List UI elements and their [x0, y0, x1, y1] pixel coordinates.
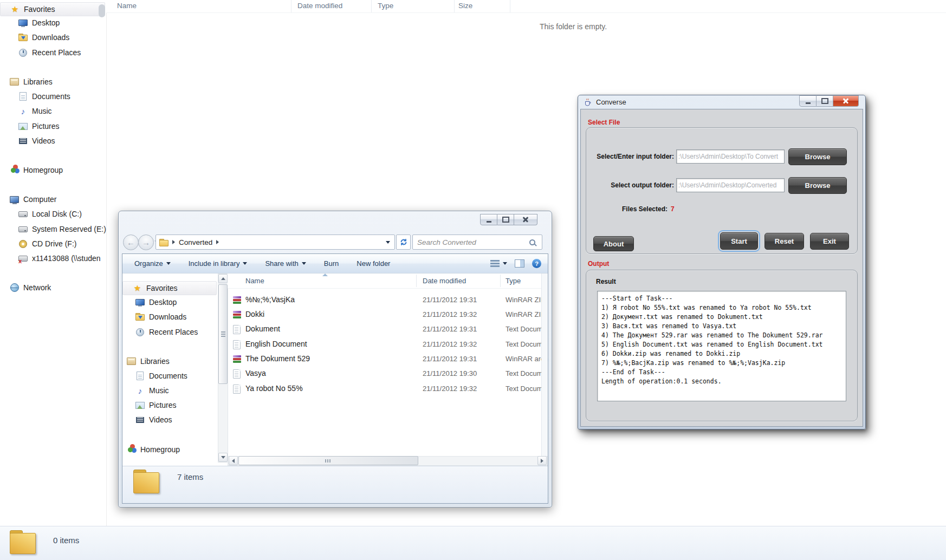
scrollbar-grip [221, 331, 225, 337]
search-placeholder: Search Converted [413, 238, 529, 246]
sidebar-item-downloads[interactable]: Downloads [18, 31, 69, 43]
share-with-menu[interactable]: Share with [265, 259, 306, 268]
file-row[interactable]: Dokument 21/11/2012 19:31 Text Docume [231, 322, 552, 337]
start-button[interactable]: Start [720, 232, 758, 250]
file-date-modified: 21/11/2012 19:31 [423, 325, 477, 333]
column-header-name[interactable]: Name [245, 277, 264, 285]
column-header-type[interactable]: Type [378, 2, 393, 10]
sidebar-item-recent-places[interactable]: Recent Places [18, 47, 81, 58]
sidebar-item-network-drive[interactable]: x11413088 (\\studen [18, 252, 101, 264]
sidebar-item-downloads[interactable]: Downloads [135, 311, 186, 323]
sidebar-item-music[interactable]: Music [135, 385, 169, 396]
burn-button[interactable]: Burn [324, 259, 339, 268]
help-icon[interactable] [532, 259, 541, 268]
file-row[interactable]: English Document 21/11/2012 19:32 Text D… [231, 337, 552, 352]
result-textarea[interactable]: ---Start of Task--- 1) Я robot No 55%.tx… [597, 291, 846, 401]
new-folder-button[interactable]: New folder [357, 259, 390, 268]
scroll-down-button[interactable] [218, 453, 228, 462]
column-header-date-modified[interactable]: Date modified [297, 2, 342, 10]
window-caption-buttons [799, 95, 859, 107]
file-row[interactable]: Ya robot No 55% 21/11/2012 19:32 Text Do… [231, 382, 552, 396]
search-box[interactable]: Search Converted [412, 235, 542, 250]
sidebar-item-label: Homegroup [23, 166, 63, 174]
file-row[interactable]: Dokki 21/11/2012 19:32 WinRAR ZIP [231, 308, 552, 322]
address-bar[interactable]: Converted [155, 235, 395, 250]
back-button[interactable] [123, 235, 139, 250]
column-separator[interactable] [500, 275, 501, 287]
navigation-scrollbar-thumb[interactable] [99, 4, 105, 17]
column-separator[interactable] [416, 275, 417, 287]
sidebar-item-recent-places[interactable]: Recent Places [135, 326, 198, 338]
minimize-button[interactable] [480, 214, 497, 225]
file-row[interactable]: %№;%;VasjKa 21/11/2012 19:31 WinRAR ZIP [231, 293, 552, 308]
sidebar-item-label: Pictures [32, 122, 60, 131]
sidebar-item-libraries[interactable]: Libraries [127, 355, 170, 367]
column-separator[interactable] [371, 0, 372, 12]
close-button[interactable] [514, 214, 537, 225]
horizontal-scrollbar-thumb[interactable] [238, 456, 418, 465]
column-header-name[interactable]: Name [117, 2, 137, 10]
include-in-library-label: Include in library [189, 259, 240, 268]
scroll-up-button[interactable] [218, 274, 228, 283]
sidebar-item-local-disk-c[interactable]: Local Disk (C:) [18, 208, 82, 220]
file-name: %№;%;VasjKa [245, 295, 295, 304]
browse-input-button[interactable]: Browse [788, 148, 847, 165]
address-dropdown-icon[interactable] [386, 241, 390, 244]
maximize-button[interactable] [497, 214, 514, 225]
file-list-column-headers: Name Date modified Type [228, 274, 548, 289]
sidebar-item-music[interactable]: Music [18, 105, 52, 117]
sidebar-item-desktop[interactable]: Desktop [135, 296, 177, 308]
reset-button[interactable]: Reset [764, 233, 804, 250]
input-folder-field[interactable]: :\Users\Admin\Desktop\To Convert [676, 149, 785, 164]
column-separator[interactable] [454, 0, 455, 12]
minimize-button[interactable] [799, 95, 817, 107]
file-row[interactable]: Vasya 21/11/2012 19:30 Text Docume [231, 367, 552, 381]
preview-pane-icon[interactable] [515, 259, 524, 268]
navigation-scrollbar-thumb[interactable] [218, 284, 228, 384]
vertical-scrollbar-track[interactable] [541, 274, 548, 463]
about-label: About [604, 240, 624, 248]
sidebar-item-pictures[interactable]: Pictures [135, 399, 177, 411]
column-header-date-modified[interactable]: Date modified [423, 277, 466, 285]
sidebar-item-pictures[interactable]: Pictures [18, 120, 60, 132]
close-button[interactable] [833, 95, 859, 107]
refresh-button[interactable] [396, 235, 411, 250]
change-view-button[interactable] [490, 260, 507, 267]
column-header-type[interactable]: Type [506, 277, 521, 285]
sidebar-item-desktop[interactable]: Desktop [18, 17, 60, 29]
sidebar-item-system-reserved-e[interactable]: System Reserved (E:) [18, 223, 106, 235]
sidebar-item-documents[interactable]: Documents [18, 90, 70, 102]
scroll-right-button[interactable] [537, 456, 547, 465]
breadcrumb-chevron-icon[interactable] [216, 240, 219, 244]
include-in-library-menu[interactable]: Include in library [189, 259, 248, 268]
column-separator[interactable] [510, 0, 510, 12]
sidebar-item-label: Libraries [140, 357, 170, 366]
browse-output-button[interactable]: Browse [788, 177, 847, 194]
sidebar-item-libraries[interactable]: Libraries [10, 76, 53, 88]
column-header-size[interactable]: Size [458, 2, 472, 10]
exit-button[interactable]: Exit [810, 233, 849, 250]
organize-menu[interactable]: Organize [134, 259, 171, 268]
file-row[interactable]: The Dokument 529 21/11/2012 19:31 WinRAR… [231, 352, 552, 367]
sidebar-item-videos[interactable]: Videos [18, 135, 55, 147]
column-separator[interactable] [291, 0, 291, 12]
breadcrumb-chevron-icon[interactable] [172, 240, 175, 244]
text-document-icon [233, 340, 241, 349]
sidebar-item-documents[interactable]: Documents [135, 370, 187, 382]
sidebar-item-computer[interactable]: Computer [10, 193, 56, 205]
about-button[interactable]: About [593, 236, 634, 251]
sidebar-item-videos[interactable]: Videos [135, 414, 172, 426]
maximize-button[interactable] [817, 95, 833, 107]
sidebar-item-label: Pictures [149, 401, 177, 409]
sidebar-item-favorites[interactable]: Favorites [0, 2, 105, 16]
sidebar-item-homegroup[interactable]: Homegroup [127, 444, 180, 455]
breadcrumb-folder[interactable]: Converted [179, 238, 212, 246]
sidebar-item-network[interactable]: Network [10, 282, 51, 294]
sidebar-item-favorites[interactable]: Favorites [122, 281, 217, 295]
file-name: Ya robot No 55% [245, 384, 303, 393]
scroll-left-button[interactable] [229, 456, 238, 465]
output-folder-field[interactable]: :\Users\Admin\Desktop\Converted [676, 178, 785, 192]
sidebar-item-homegroup[interactable]: Homegroup [10, 164, 63, 176]
sidebar-item-cd-drive-f[interactable]: CD Drive (F:) [18, 238, 76, 250]
forward-button[interactable] [138, 235, 154, 250]
